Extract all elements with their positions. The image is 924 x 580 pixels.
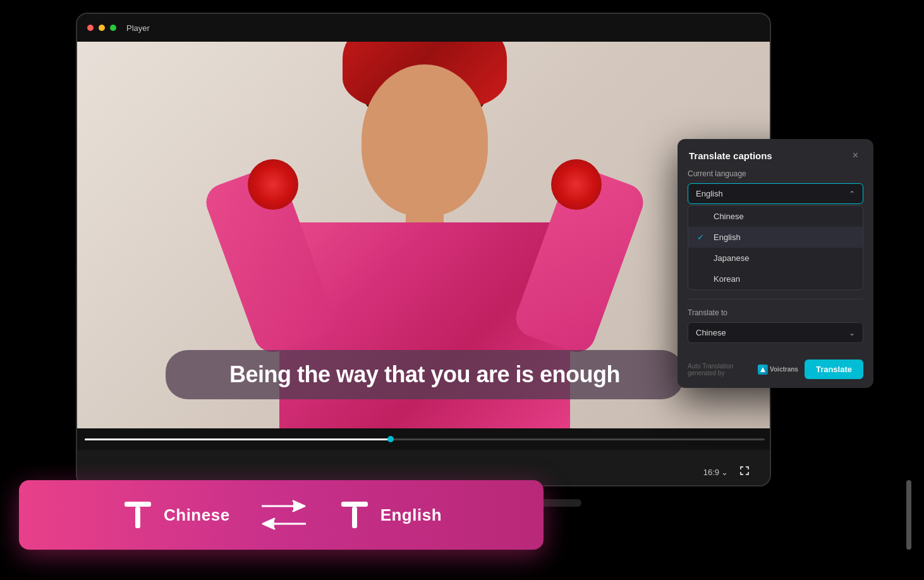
language-option-english[interactable]: ✓ English xyxy=(688,227,863,248)
panel-separator xyxy=(688,299,863,299)
aspect-ratio-chevron: ⌄ xyxy=(721,468,728,477)
source-language-label: Chinese xyxy=(164,505,230,525)
translate-to-label: Translate to xyxy=(688,308,863,317)
dropdown-arrow-icon: ⌃ xyxy=(849,190,855,198)
current-language-value: English xyxy=(696,189,723,198)
language-options-list: Chinese ✓ English Japanese Korean xyxy=(688,205,863,290)
titlebar-dot-yellow[interactable] xyxy=(99,25,105,31)
monitor-titlebar: Player xyxy=(77,14,770,42)
panel-title: Translate captions xyxy=(689,150,772,161)
svg-rect-1 xyxy=(135,507,140,528)
current-language-label: Current language xyxy=(688,169,863,178)
option-text-korean: Korean xyxy=(714,274,740,284)
head xyxy=(362,64,488,216)
svg-rect-3 xyxy=(352,507,357,528)
translate-to-arrow-icon: ⌄ xyxy=(849,329,855,337)
translate-button[interactable]: Translate xyxy=(805,359,863,379)
attribution-text: Auto Translation generated by xyxy=(688,363,755,377)
voictrans-name: Voictrans xyxy=(770,366,798,373)
language-option-japanese[interactable]: Japanese xyxy=(688,248,863,269)
translate-to-value: Chinese xyxy=(696,328,726,337)
voictrans-icon xyxy=(758,365,768,375)
panel-header: Translate captions × xyxy=(678,139,873,169)
option-check-korean xyxy=(697,274,707,284)
monitor-title: Player xyxy=(126,23,150,33)
arrow-left-icon xyxy=(262,517,306,531)
language-option-chinese[interactable]: Chinese xyxy=(688,206,863,227)
subtitle-text: Being the way that you are is enough xyxy=(229,361,620,387)
rose-left xyxy=(248,159,298,210)
source-text-icon xyxy=(121,498,155,532)
option-text-english: English xyxy=(714,233,741,242)
titlebar-dot-red[interactable] xyxy=(87,25,94,31)
trans-bar-target-section: English xyxy=(319,498,461,532)
panel-body: Current language English ⌃ Chinese ✓ Eng… xyxy=(678,169,873,353)
panel-close-button[interactable]: × xyxy=(849,149,862,162)
voictrans-logo: Voictrans xyxy=(758,365,798,375)
timeline[interactable] xyxy=(77,428,771,450)
video-area: Being the way that you are is enough xyxy=(77,42,771,450)
svg-rect-2 xyxy=(341,502,368,507)
target-text-icon xyxy=(337,498,372,532)
option-check-english: ✓ xyxy=(697,233,707,242)
panel-footer: Auto Translation generated by Voictrans … xyxy=(678,353,873,388)
language-option-korean[interactable]: Korean xyxy=(688,269,863,289)
option-text-chinese: Chinese xyxy=(714,212,744,221)
monitor-frame: Player xyxy=(76,13,771,486)
translation-arrows xyxy=(249,499,319,531)
target-language-label: English xyxy=(380,505,442,525)
aspect-ratio-button[interactable]: 16:9 ⌄ xyxy=(703,468,728,477)
option-check-japanese xyxy=(697,253,707,263)
footer-attribution: Auto Translation generated by Voictrans xyxy=(688,363,798,377)
scroll-handle[interactable] xyxy=(906,480,911,550)
option-text-japanese: Japanese xyxy=(714,253,749,263)
scene: Player xyxy=(0,0,924,580)
arrow-right-icon xyxy=(262,499,306,513)
timeline-track[interactable] xyxy=(85,438,765,440)
translation-bar: Chinese English xyxy=(19,480,544,550)
monitor-container: Player xyxy=(76,13,771,493)
current-language-dropdown[interactable]: English ⌃ xyxy=(688,183,863,204)
rose-petal-left xyxy=(248,159,298,210)
fullscreen-button[interactable] xyxy=(738,464,751,480)
rose-petal-right xyxy=(551,159,602,210)
shirt xyxy=(279,222,570,450)
rose-right xyxy=(551,159,602,210)
svg-rect-0 xyxy=(125,502,151,507)
titlebar-dot-green[interactable] xyxy=(110,25,116,31)
timeline-progress xyxy=(85,438,391,440)
aspect-ratio-label: 16:9 xyxy=(703,468,719,477)
timeline-thumb[interactable] xyxy=(387,436,394,442)
option-check-chinese xyxy=(697,212,707,221)
trans-bar-source-section: Chinese xyxy=(102,498,249,532)
subtitle-container: Being the way that you are is enough xyxy=(166,350,684,399)
translate-to-dropdown[interactable]: Chinese ⌄ xyxy=(688,322,863,343)
translate-captions-panel: Translate captions × Current language En… xyxy=(678,139,873,388)
